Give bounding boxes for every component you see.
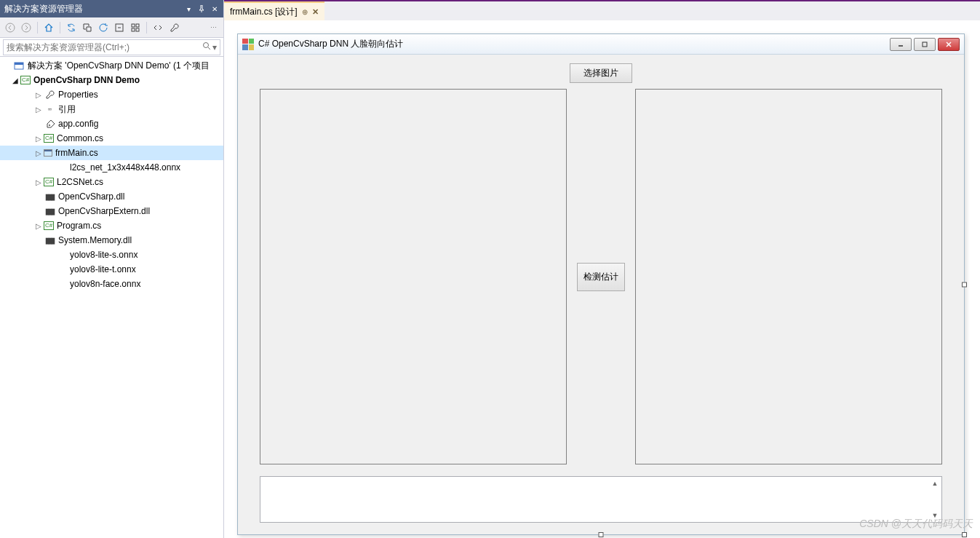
- svg-point-0: [6, 23, 15, 32]
- cs-icon: C#: [44, 134, 54, 143]
- solution-label: 解决方案 'OpenCvSharp DNN Demo' (1 个项目: [28, 60, 210, 72]
- tree-item[interactable]: ▷C#Program.cs: [0, 218, 223, 233]
- cs-icon: C#: [44, 178, 54, 186]
- svg-rect-6: [136, 28, 139, 31]
- search-dropdown-icon[interactable]: ▾: [212, 42, 217, 52]
- resize-grip-corner[interactable]: [962, 532, 967, 537]
- expander-icon[interactable]: [3, 60, 13, 71]
- refresh-icon[interactable]: [96, 20, 111, 35]
- panel-pin-icon[interactable]: [197, 4, 206, 13]
- winform-window[interactable]: C# OpenCvSharp DNN 人脸朝向估计 选择图片: [237, 33, 965, 535]
- back-icon[interactable]: [3, 20, 17, 35]
- panel-title: 解决方案资源管理器: [4, 3, 83, 15]
- file-icon: [55, 249, 67, 261]
- search-input[interactable]: [7, 42, 202, 52]
- tree-item[interactable]: yolov8-lite-s.onnx: [0, 248, 223, 262]
- file-icon: [55, 278, 67, 290]
- tab-close-icon[interactable]: ✕: [312, 7, 319, 17]
- tree-item[interactable]: yolov8n-face.onnx: [0, 277, 223, 291]
- search-box[interactable]: ▾: [3, 39, 220, 55]
- picture-box-right[interactable]: [635, 89, 942, 464]
- maximize-button[interactable]: [914, 38, 936, 51]
- tree-item[interactable]: yolov8-lite-t.onnx: [0, 262, 223, 277]
- tree-item[interactable]: app.config: [0, 116, 223, 131]
- tree-item-label: app.config: [58, 119, 98, 129]
- tree-item[interactable]: ▷Properties: [0, 87, 223, 102]
- properties-icon[interactable]: [167, 20, 181, 35]
- tree-item[interactable]: ▮▮▮OpenCvSharp.dll: [0, 189, 223, 204]
- forward-icon[interactable]: [19, 20, 33, 35]
- panel-close-icon[interactable]: ✕: [210, 4, 219, 13]
- svg-rect-8: [15, 63, 23, 69]
- project-node[interactable]: ◢ C# OpenCvSharp DNN Demo: [0, 73, 223, 87]
- view-code-icon[interactable]: [151, 20, 165, 35]
- svg-rect-4: [136, 24, 139, 27]
- expander-icon[interactable]: ▷: [33, 177, 44, 187]
- expander-icon: [33, 191, 44, 202]
- home-icon[interactable]: [41, 20, 56, 35]
- tree-item[interactable]: ▷C#Common.cs: [0, 131, 223, 146]
- file-icon: [55, 162, 67, 173]
- form-app-icon: [242, 39, 254, 50]
- tree-item[interactable]: ▷frmMain.cs: [0, 146, 223, 160]
- collapse-all-icon[interactable]: [112, 20, 127, 35]
- tab-label: frmMain.cs [设计]: [230, 6, 298, 18]
- dll-icon: ▮▮▮: [44, 191, 55, 202]
- search-icon[interactable]: [202, 41, 211, 52]
- result-textbox[interactable]: ▲ ▼: [260, 476, 942, 523]
- solution-node[interactable]: 解决方案 'OpenCvSharp DNN Demo' (1 个项目: [0, 58, 223, 73]
- tree-item-label: yolov8-lite-s.onnx: [70, 250, 138, 260]
- show-all-icon[interactable]: [128, 20, 143, 35]
- picture-box-left[interactable]: [260, 89, 567, 464]
- svg-rect-2: [116, 24, 123, 31]
- scroll-down-icon[interactable]: ▼: [930, 510, 940, 521]
- scope-to-icon[interactable]: [80, 20, 95, 35]
- tree-item[interactable]: ▷▫▫引用: [0, 102, 223, 116]
- solution-explorer-panel: 解决方案资源管理器 ▾ ✕: [0, 0, 224, 538]
- svg-point-7: [204, 43, 209, 48]
- tree-item[interactable]: ▮▮▮System.Memory.dll: [0, 233, 223, 248]
- toolbar-overflow-icon[interactable]: ⋯: [206, 20, 220, 35]
- dll-icon: ▮▮▮: [44, 234, 55, 246]
- expander-icon[interactable]: ◢: [10, 75, 20, 85]
- expander-icon: [45, 264, 55, 274]
- detect-button[interactable]: 检测估计: [577, 263, 625, 291]
- tree-item-label: Common.cs: [57, 133, 103, 143]
- solution-tree[interactable]: 解决方案 'OpenCvSharp DNN Demo' (1 个项目 ◢ C# …: [0, 57, 223, 538]
- csproj-icon: C#: [20, 76, 31, 84]
- sync-icon[interactable]: [64, 20, 79, 35]
- tree-item-label: 引用: [58, 103, 76, 116]
- form-title: C# OpenCvSharp DNN 人脸朝向估计: [258, 38, 403, 50]
- tab-frmmain-design[interactable]: frmMain.cs [设计] ⊕ ✕: [224, 1, 324, 20]
- resize-grip-right[interactable]: [962, 282, 967, 287]
- resize-grip-bottom[interactable]: [599, 532, 604, 537]
- form-body: 选择图片 检测估计 ▲ ▼: [238, 55, 964, 534]
- tree-item-label: frmMain.cs: [55, 148, 98, 158]
- tree-item-label: Program.cs: [57, 221, 101, 231]
- panel-dropdown-icon[interactable]: ▾: [184, 4, 193, 13]
- tree-item[interactable]: l2cs_net_1x3x448x448.onnx: [0, 160, 223, 175]
- cs-icon: C#: [44, 221, 54, 230]
- solution-icon: [13, 60, 25, 71]
- scroll-up-icon[interactable]: ▲: [930, 478, 940, 488]
- tree-item-label: yolov8-lite-t.onnx: [70, 264, 136, 274]
- svg-rect-11: [923, 42, 927, 47]
- tree-item-label: yolov8n-face.onnx: [70, 279, 140, 289]
- ref-icon: ▫▫: [44, 103, 55, 115]
- form-icon: [44, 149, 52, 157]
- form-titlebar: C# OpenCvSharp DNN 人脸朝向估计: [238, 34, 964, 55]
- designer-surface[interactable]: C# OpenCvSharp DNN 人脸朝向估计 选择图片: [224, 20, 980, 538]
- solution-toolbar: ⋯: [0, 17, 223, 38]
- minimize-button[interactable]: [890, 38, 912, 51]
- close-button[interactable]: [938, 38, 960, 51]
- expander-icon[interactable]: ▷: [33, 90, 44, 100]
- expander-icon[interactable]: ▷: [33, 148, 44, 158]
- svg-rect-3: [132, 24, 135, 27]
- select-image-button[interactable]: 选择图片: [570, 63, 632, 83]
- expander-icon[interactable]: ▷: [33, 104, 44, 114]
- tree-item[interactable]: ▮▮▮OpenCvSharpExtern.dll: [0, 204, 223, 218]
- expander-icon[interactable]: ▷: [33, 133, 44, 143]
- expander-icon[interactable]: ▷: [33, 221, 44, 231]
- tab-pin-icon[interactable]: ⊕: [302, 8, 308, 16]
- tree-item[interactable]: ▷C#L2CSNet.cs: [0, 175, 223, 189]
